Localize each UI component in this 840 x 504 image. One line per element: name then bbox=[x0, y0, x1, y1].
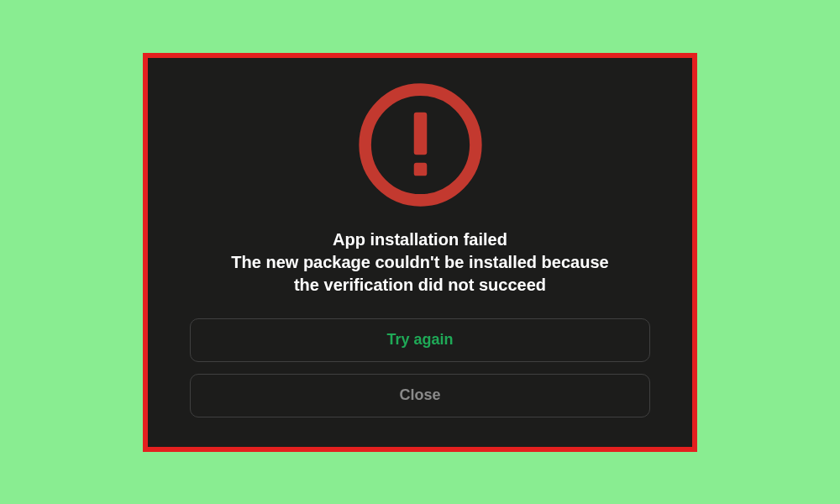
error-title: App installation failed bbox=[231, 228, 608, 251]
error-message: App installation failed The new package … bbox=[231, 228, 608, 297]
error-dialog: App installation failed The new package … bbox=[143, 53, 697, 452]
svg-rect-1 bbox=[413, 112, 427, 154]
close-label: Close bbox=[399, 386, 440, 404]
try-again-label: Try again bbox=[386, 331, 453, 349]
close-button[interactable]: Close bbox=[190, 374, 650, 417]
try-again-button[interactable]: Try again bbox=[190, 318, 650, 362]
error-detail-line-2: the verification did not succeed bbox=[231, 274, 608, 297]
svg-rect-2 bbox=[413, 162, 427, 176]
dialog-actions: Try again Close bbox=[190, 318, 650, 417]
warning-icon bbox=[355, 80, 486, 210]
error-detail-line-1: The new package couldn't be installed be… bbox=[231, 251, 608, 274]
